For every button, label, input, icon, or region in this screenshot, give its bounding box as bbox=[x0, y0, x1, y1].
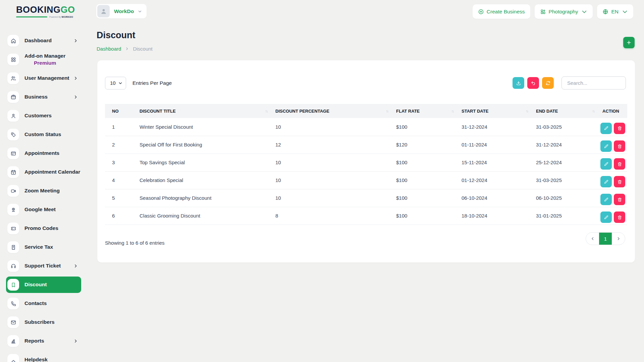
edit-button[interactable] bbox=[600, 158, 612, 170]
sort-icon[interactable]: ↑↓ bbox=[451, 109, 454, 113]
workspace-selector[interactable]: WorkDo bbox=[96, 4, 147, 18]
sidebar-item-label: Promo Codes bbox=[24, 225, 58, 232]
export-button[interactable] bbox=[513, 77, 524, 89]
grid-icon bbox=[7, 54, 19, 65]
sidebar-item-service-tax[interactable]: Service Tax bbox=[6, 241, 81, 253]
video-icon bbox=[7, 185, 19, 197]
delete-button[interactable] bbox=[614, 212, 625, 223]
language-selector[interactable]: EN bbox=[597, 4, 633, 19]
grid-plus-icon bbox=[540, 9, 546, 15]
trash-icon bbox=[617, 126, 622, 131]
cell-no: 5 bbox=[105, 189, 132, 207]
cell-no: 3 bbox=[105, 154, 132, 171]
pencil-icon bbox=[604, 162, 609, 167]
sidebar-item-subscribers[interactable]: Subscribers bbox=[6, 316, 81, 328]
sidebar-item-label: Helpdesk bbox=[24, 356, 48, 362]
sidebar-item-custom-status[interactable]: Custom Status bbox=[6, 129, 81, 140]
globe-icon bbox=[602, 9, 608, 15]
briefcase-icon bbox=[7, 91, 19, 103]
cell-end-date: 31-01-2025 bbox=[529, 207, 595, 225]
edit-button[interactable] bbox=[600, 212, 612, 223]
column-header-end-date[interactable]: END DATE↑↓ bbox=[529, 104, 595, 118]
pagination-page-1[interactable]: 1 bbox=[599, 233, 612, 245]
sidebar-item-appointment-calendar[interactable]: Appointment Calendar bbox=[6, 166, 81, 178]
cell-percentage: 8 bbox=[268, 207, 389, 225]
breadcrumb: Dashboard Discount bbox=[97, 46, 153, 52]
sort-icon[interactable]: ↑↓ bbox=[592, 109, 595, 113]
chevron-right-icon bbox=[73, 95, 78, 99]
edit-button[interactable] bbox=[600, 194, 612, 205]
add-discount-button[interactable] bbox=[623, 37, 635, 48]
sidebar-item-sublabel: Premium bbox=[24, 60, 65, 67]
column-header-discount-title[interactable]: DISCOUNT TITLE↑↓ bbox=[132, 104, 268, 118]
table-header: NODISCOUNT TITLE↑↓DISCOUNT PERCENTAGE↑↓F… bbox=[105, 104, 627, 118]
sidebar-item-helpdesk[interactable]: Helpdesk bbox=[6, 354, 81, 362]
edit-button[interactable] bbox=[600, 123, 612, 134]
sort-icon[interactable]: ↑↓ bbox=[526, 109, 528, 113]
app-logo: BOOKINGGO Powered By WORKDO bbox=[16, 5, 73, 18]
home-icon bbox=[7, 35, 19, 47]
pencil-icon bbox=[604, 144, 609, 149]
entries-per-page-label: Entries Per Page bbox=[132, 80, 172, 86]
cell-end-date: 31-12-2024 bbox=[529, 136, 595, 154]
edit-button[interactable] bbox=[600, 176, 612, 187]
search-input[interactable] bbox=[561, 76, 626, 89]
entries-per-page-select[interactable]: 10 bbox=[105, 77, 126, 89]
cell-action bbox=[595, 154, 627, 171]
pagination-prev-button[interactable] bbox=[586, 233, 599, 245]
sidebar-item-dashboard[interactable]: Dashboard bbox=[6, 35, 81, 47]
sidebar-item-add-on-manager[interactable]: Add-on ManagerPremium bbox=[6, 54, 81, 65]
cell-end-date: 25-12-2024 bbox=[529, 154, 595, 171]
create-business-button[interactable]: Create Business bbox=[473, 4, 530, 19]
sort-icon[interactable]: ↑↓ bbox=[265, 109, 268, 113]
sidebar-item-discount[interactable]: Discount bbox=[6, 277, 81, 293]
tag-icon bbox=[7, 129, 19, 140]
cell-action bbox=[595, 118, 627, 136]
sidebar-item-label: Subscribers bbox=[24, 319, 55, 326]
delete-button[interactable] bbox=[614, 140, 625, 152]
sidebar-item-promo-codes[interactable]: Promo Codes bbox=[6, 223, 81, 234]
sidebar-nav: DashboardAdd-on ManagerPremiumUser Manag… bbox=[6, 35, 81, 362]
table-row: 3Top Savings Special10$10015-11-202425-1… bbox=[105, 154, 627, 171]
edit-button[interactable] bbox=[600, 140, 612, 152]
logo-powered-by: Powered By WORKDO bbox=[49, 16, 73, 18]
breadcrumb-dashboard-link[interactable]: Dashboard bbox=[97, 46, 121, 52]
reset-button[interactable] bbox=[527, 77, 539, 89]
cell-flat-rate: $100 bbox=[389, 189, 454, 207]
sidebar-item-customers[interactable]: Customers bbox=[6, 110, 81, 122]
business-category-selector[interactable]: Photography bbox=[535, 4, 593, 19]
delete-button[interactable] bbox=[614, 194, 625, 205]
cell-no: 4 bbox=[105, 171, 132, 189]
sidebar-item-appointments[interactable]: Appointments bbox=[6, 147, 81, 159]
table-row: 2Special Off for First Booking12$12001-1… bbox=[105, 136, 627, 154]
refresh-button[interactable] bbox=[542, 77, 554, 89]
cell-flat-rate: $100 bbox=[389, 118, 454, 136]
delete-button[interactable] bbox=[614, 123, 625, 134]
cell-title: Celebration Special bbox=[132, 171, 268, 189]
sidebar-item-label: User Management bbox=[24, 75, 69, 82]
column-header-start-date[interactable]: START DATE↑↓ bbox=[454, 104, 529, 118]
sidebar-item-label: Support Ticket bbox=[24, 262, 61, 269]
download-icon bbox=[516, 80, 521, 86]
column-header-flat-rate[interactable]: FLAT RATE↑↓ bbox=[389, 104, 454, 118]
headset-icon bbox=[7, 260, 19, 272]
column-header-discount-percentage[interactable]: DISCOUNT PERCENTAGE↑↓ bbox=[268, 104, 389, 118]
cell-end-date: 31-03-2025 bbox=[529, 118, 595, 136]
sidebar-item-support-ticket[interactable]: Support Ticket bbox=[6, 260, 81, 272]
sidebar-item-user-management[interactable]: User Management bbox=[6, 72, 81, 84]
sidebar-item-google-meet[interactable]: Google Meet bbox=[6, 204, 81, 216]
cell-end-date: 31-03-2025 bbox=[529, 171, 595, 189]
sidebar-item-zoom-meeting[interactable]: Zoom Meeting bbox=[6, 185, 81, 197]
pagination-next-button[interactable] bbox=[612, 233, 625, 245]
cell-flat-rate: $100 bbox=[389, 207, 454, 225]
sidebar-item-contacts[interactable]: Contacts bbox=[6, 298, 81, 309]
sort-icon[interactable]: ↑↓ bbox=[386, 109, 388, 113]
chevron-down-icon bbox=[622, 9, 628, 15]
delete-button[interactable] bbox=[614, 158, 625, 170]
column-header-no: NO bbox=[105, 104, 132, 118]
chevron-left-icon bbox=[591, 237, 595, 241]
sidebar-item-business[interactable]: Business bbox=[6, 91, 81, 103]
delete-button[interactable] bbox=[614, 176, 625, 187]
trash-icon bbox=[617, 215, 622, 220]
sidebar-item-reports[interactable]: Reports bbox=[6, 335, 81, 347]
